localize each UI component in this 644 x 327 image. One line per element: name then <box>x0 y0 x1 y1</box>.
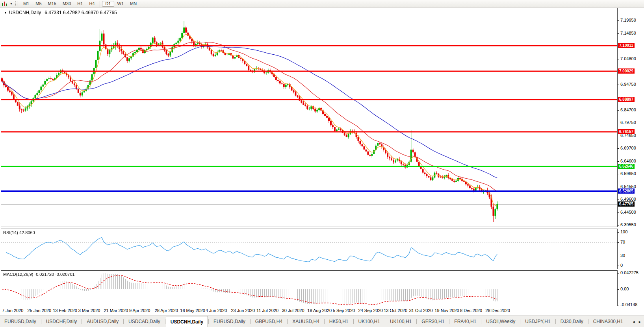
tab-divider <box>416 319 417 324</box>
tab-scroll-buttons: ◄ ► <box>629 316 644 327</box>
rsi-tick-label: 70 <box>620 240 625 244</box>
date-label: 9 Apr 2020 <box>129 308 150 313</box>
rsi-tick <box>618 256 619 256</box>
date-label: 19 Nov 2020 <box>434 308 459 313</box>
price-axis[interactable]: 7.199507.148507.048006.947506.847006.797… <box>618 8 644 306</box>
chart-tab-AUDUSD-Daily[interactable]: AUDUSD,Daily <box>82 316 123 327</box>
tab-divider <box>449 319 449 324</box>
chart-symbol-label: USDCNH,Daily <box>9 10 41 15</box>
trading-terminal-window: ▼ M1M5M15M30H1H4D1W1MN ▼USDCNH,Daily6.47… <box>0 0 644 327</box>
timeframe-button-M15[interactable]: M15 <box>45 1 59 7</box>
tab-divider <box>520 319 520 324</box>
price-tick-label: 6.59650 <box>620 171 636 176</box>
date-label: 5 Sep 2020 <box>333 308 355 313</box>
date-label: 13 Feb 2020 <box>53 308 77 313</box>
date-axis[interactable]: 7 Jan 202025 Jan 202013 Feb 20203 Mar 20… <box>1 307 618 315</box>
chart-tab-UK100-H1[interactable]: UK100,H1 <box>354 316 384 327</box>
timeframe-button-D1[interactable]: D1 <box>102 1 114 7</box>
macd-values: -0.021720 -0.020701 <box>34 272 74 277</box>
level-badge: 6.62646 <box>618 164 635 169</box>
price-tick-label: 6.39550 <box>620 222 636 227</box>
date-label: 24 Sep 2020 <box>358 308 383 313</box>
timeframe-button-H4[interactable]: H4 <box>86 1 98 7</box>
candlestick-chart-icon[interactable] <box>2 1 9 6</box>
level-badge: 7.10011 <box>618 43 635 48</box>
price-tick <box>618 174 619 174</box>
timeframe-toolbar: ▼ M1M5M15M30H1H4D1W1MN <box>0 0 644 7</box>
rsi-tick-label: 30 <box>620 253 625 258</box>
price-tick <box>618 225 619 225</box>
tab-scroll-left-button[interactable]: ◄ <box>632 320 635 324</box>
price-tick-label: 6.94750 <box>620 82 636 87</box>
chart-tab-EURUSD-Daily[interactable]: EURUSD,Daily <box>0 316 41 327</box>
toolbar-separator <box>142 1 142 7</box>
price-tick <box>618 110 619 111</box>
date-label: 13 Oct 2020 <box>384 308 407 313</box>
tab-divider <box>208 319 209 324</box>
chart-tab-FRA40-H1[interactable]: FRA40,H1 <box>450 316 481 327</box>
macd-tick-label: -0.04148 <box>620 302 637 307</box>
tab-divider <box>385 319 385 324</box>
chart-ohlc-values: 6.47331 6.47982 6.46970 6.47765 <box>45 10 117 15</box>
price-tick-label: 7.14850 <box>620 31 636 35</box>
price-tick-label: 7.19950 <box>620 18 636 22</box>
level-badge: 7.00029 <box>618 68 635 74</box>
date-label: 31 Oct 2020 <box>409 308 433 313</box>
chart-tab-USOil-Weekly[interactable]: USOil,Weekly <box>482 316 520 327</box>
tab-divider <box>324 319 325 324</box>
chart-tab-EURUSD-Daily[interactable]: EURUSD,Daily <box>209 316 250 327</box>
price-tick-label: 6.64600 <box>620 159 636 163</box>
main-chart-canvas[interactable] <box>1 8 617 227</box>
macd-tick <box>618 305 619 305</box>
timeframe-button-MN[interactable]: MN <box>127 1 140 7</box>
timeframe-button-H1[interactable]: H1 <box>74 1 86 7</box>
timeframe-button-W1[interactable]: W1 <box>114 1 127 7</box>
price-tick-label: 6.49600 <box>620 197 636 201</box>
timeframe-button-M1[interactable]: M1 <box>20 1 32 7</box>
chart-tab-DJ30-Daily[interactable]: DJ30,Daily <box>556 316 588 327</box>
tab-divider <box>555 319 556 324</box>
macd-indicator-panel: MACD(12,26,9) -0.021720 -0.020701 <box>1 270 618 306</box>
macd-tick <box>618 273 619 273</box>
date-label: 18 Aug 2020 <box>307 308 332 313</box>
timeframe-buttons: M1M5M15M30H1H4D1W1MN <box>20 1 144 7</box>
date-label: 3 Mar 2020 <box>78 308 100 313</box>
chart-title-marker-icon: ▼ <box>4 11 7 15</box>
chart-tab-GER30-H1[interactable]: GER30,H1 <box>417 316 449 327</box>
chart-tab-USDJPY-H1[interactable]: USDJPY,H1 <box>521 316 555 327</box>
price-tick <box>618 136 619 136</box>
tab-divider <box>287 319 288 324</box>
price-tick <box>618 33 619 34</box>
chart-dropdown-caret-icon[interactable]: ▼ <box>10 2 13 5</box>
rsi-tick-label: 0 <box>620 263 623 268</box>
chart-tab-USDCHF-Daily[interactable]: USDCHF,Daily <box>42 316 82 327</box>
chart-tab-UK100-H1[interactable]: UK100,H1 <box>386 316 416 327</box>
chart-tab-XAUUSD-H4[interactable]: XAUUSD,H4 <box>288 316 324 327</box>
chart-tab-USDCNH-Daily[interactable]: USDCNH,Daily <box>166 316 208 327</box>
date-label: 28 Dec 2020 <box>486 308 510 313</box>
date-label: 4 Jun 2020 <box>206 308 227 313</box>
toolbar-separator <box>100 1 100 7</box>
price-tick <box>618 148 619 149</box>
tab-divider <box>41 319 41 324</box>
date-label: 21 Mar 2020 <box>104 308 128 313</box>
price-tick <box>618 59 619 59</box>
price-tick <box>618 161 619 162</box>
chart-tab-GBPUSD-H4[interactable]: GBPUSD,H4 <box>251 316 287 327</box>
timeframe-button-M5[interactable]: M5 <box>32 1 45 7</box>
price-tick-label: 6.84700 <box>620 107 636 112</box>
chart-tabs: EURUSD,DailyUSDCHF,DailyAUDUSD,DailyUSDC… <box>0 316 644 327</box>
date-label: 11 Jul 2020 <box>256 308 278 313</box>
tab-scroll-right-button[interactable]: ► <box>638 320 642 324</box>
price-tick <box>618 187 619 187</box>
chart-tab-USDCAD-Daily[interactable]: USDCAD,Daily <box>124 316 165 327</box>
timeframe-button-M30[interactable]: M30 <box>59 1 74 7</box>
toolbar-grip[interactable] <box>15 1 17 6</box>
macd-tick-label: 0.00 <box>620 286 629 291</box>
rsi-canvas[interactable] <box>1 229 617 269</box>
rsi-tick <box>618 232 619 233</box>
macd-canvas[interactable] <box>1 271 617 306</box>
price-tick <box>618 20 619 21</box>
chart-tab-HK50-H1[interactable]: HK50,H1 <box>325 316 353 327</box>
chart-tab-CHINA300-H1[interactable]: CHINA300,H1 <box>589 316 627 327</box>
